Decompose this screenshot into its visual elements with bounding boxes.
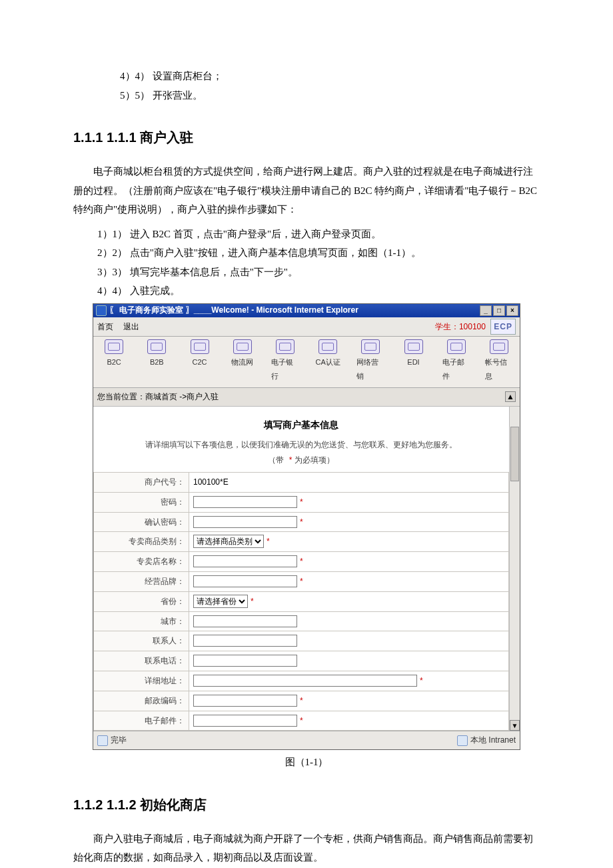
toolbar-b2b[interactable]: B2B <box>143 339 171 383</box>
toolbar-edi[interactable]: EDI <box>399 339 427 383</box>
asterisk: * <box>300 517 303 527</box>
toolbar-marketing[interactable]: 网络营销 <box>356 339 384 383</box>
form-note-line2a: （带 <box>268 455 286 465</box>
ie-icon <box>96 305 107 316</box>
label-password: 密码： <box>94 492 189 512</box>
brand-input[interactable] <box>193 575 297 587</box>
label-phone: 联系电话： <box>94 651 189 671</box>
menu-exit[interactable]: 退出 <box>123 322 139 331</box>
toolbar-label: B2C <box>107 355 121 369</box>
merchant-form: 商户代号： 100100*E 密码： * 确认密码： * 专卖商品类别： 请选择… <box>93 472 509 731</box>
asterisk: * <box>300 497 303 507</box>
email-input[interactable] <box>193 715 297 727</box>
form-note-line1: 请详细填写以下各项信息，以便我们准确无误的为您送货、与您联系、更好地为您服务。 <box>145 440 457 449</box>
toolbar-label: 物流网 <box>231 355 253 369</box>
intranet-icon <box>457 735 468 746</box>
status-done-icon <box>97 735 108 746</box>
asterisk: * <box>251 597 254 606</box>
toolbar-ca[interactable]: CA认证 <box>314 339 342 383</box>
section1-intro: 电子商城以柜台租赁的方式提供空间，给商户进行网上建店。商户入驻的过程就是在电子商… <box>73 162 540 219</box>
label-merchant-code: 商户代号： <box>94 473 189 493</box>
label-province: 省份： <box>94 591 189 611</box>
window-minimize-button[interactable]: _ <box>480 305 492 316</box>
label-category: 专卖商品类别： <box>94 532 189 552</box>
toolbar-logistics[interactable]: 物流网 <box>229 339 257 383</box>
label-email: 电子邮件： <box>94 711 189 731</box>
toolbar-label: 电子银行 <box>271 355 299 383</box>
toolbar-label: 电子邮件 <box>442 355 470 383</box>
ie-window: 〖 电子商务师实验室 〗____Welcome! - Microsoft Int… <box>93 303 520 751</box>
section-heading-2: 1.1.2 1.1.2 初始化商店 <box>73 792 540 817</box>
section2-intro: 商户入驻电子商城后，电子商城就为商户开辟了一个专柜，供商户销售商品。商户销售商品… <box>73 829 540 867</box>
toolbar-ebank[interactable]: 电子银行 <box>271 339 299 383</box>
account-icon <box>490 339 508 354</box>
password-input[interactable] <box>193 496 297 508</box>
ecp-badge: ECP <box>490 319 516 335</box>
breadcrumb: 您当前位置：商城首页 ->商户入驻 <box>97 389 219 405</box>
label-password-confirm: 确认密码： <box>94 512 189 532</box>
step-item: 1）1） 进入 B2C 首页，点击"商户登录"后，进入商户登录页面。 <box>73 225 540 244</box>
window-close-button[interactable]: × <box>506 305 518 316</box>
window-maximize-button[interactable]: □ <box>493 305 505 316</box>
contact-input[interactable] <box>193 635 297 647</box>
asterisk: * <box>300 696 303 705</box>
asterisk: * <box>300 557 303 566</box>
toolbar-label: C2C <box>193 355 207 369</box>
password-confirm-input[interactable] <box>193 516 297 528</box>
student-id: 100100 <box>459 322 486 331</box>
marketing-icon <box>361 339 380 354</box>
edi-icon <box>404 339 423 354</box>
label-brand: 经营品牌： <box>94 572 189 592</box>
step-item: 2）2） 点击"商户入驻"按钮，进入商户基本信息填写页面，如图（1-1）。 <box>73 243 540 263</box>
scrollbar-down-arrow[interactable]: ▼ <box>510 720 520 731</box>
form-note: 请详细填写以下各项信息，以便我们准确无误的为您送货、与您联系、更好地为您服务。 … <box>93 437 509 472</box>
toolbar-c2c[interactable]: C2C <box>185 339 213 383</box>
asterisk: * <box>300 716 303 725</box>
label-address: 详细地址： <box>94 671 189 691</box>
value-merchant-code: 100100*E <box>189 473 509 493</box>
address-input[interactable] <box>193 675 417 687</box>
toolbar-label: 帐号信息 <box>485 355 513 383</box>
menu-home[interactable]: 首页 <box>97 322 113 331</box>
store-name-input[interactable] <box>193 555 297 567</box>
b2b-icon <box>147 339 166 354</box>
scrollbar-up-arrow[interactable]: ▲ <box>505 391 516 402</box>
toolbar-account[interactable]: 帐号信息 <box>485 339 513 383</box>
c2c-icon <box>191 339 209 354</box>
ca-icon <box>318 339 337 354</box>
asterisk: * <box>420 676 423 685</box>
statusbar: 完毕 本地 Intranet <box>93 731 520 749</box>
toolbar-label: B2B <box>150 355 164 369</box>
menubar: 首页 退出 学生：100100 ECP <box>93 317 520 337</box>
vertical-scrollbar[interactable]: ▼ <box>510 407 520 731</box>
student-label-text: 学生： <box>435 322 459 331</box>
section-heading-1: 1.1.1 1.1.1 商户入驻 <box>73 125 540 150</box>
status-zone: 本地 Intranet <box>470 733 516 748</box>
form-title: 填写商户基本信息 <box>93 407 509 438</box>
asterisk: * <box>300 577 303 586</box>
ebank-icon <box>276 339 295 354</box>
window-titlebar: 〖 电子商务师实验室 〗____Welcome! - Microsoft Int… <box>93 304 520 317</box>
asterisk: * <box>267 537 270 546</box>
category-select[interactable]: 请选择商品类别 <box>193 535 264 548</box>
toolbar-email[interactable]: 电子邮件 <box>442 339 470 383</box>
figure-caption: 图（1-1） <box>73 753 540 772</box>
toolbar-label: EDI <box>407 355 419 369</box>
step-item: 4）4） 入驻完成。 <box>73 281 540 301</box>
toolbar-b2c[interactable]: B2C <box>100 339 128 383</box>
step-item: 3）3） 填写完毕基本信息后，点击"下一步"。 <box>73 263 540 282</box>
phone-input[interactable] <box>193 655 297 667</box>
b2c-icon <box>105 339 123 354</box>
toolbar-label: CA认证 <box>315 355 340 369</box>
scrollbar-thumb[interactable] <box>510 427 519 481</box>
status-text: 完毕 <box>111 733 127 748</box>
form-note-line2b: 为必填项） <box>292 455 334 465</box>
province-select[interactable]: 请选择省份 <box>193 595 248 608</box>
label-contact: 联系人： <box>94 631 189 651</box>
zip-input[interactable] <box>193 695 297 707</box>
label-store-name: 专卖店名称： <box>94 552 189 572</box>
label-city: 城市： <box>94 611 189 631</box>
student-label: 学生：100100 <box>435 322 488 331</box>
city-input[interactable] <box>193 615 297 627</box>
logistics-icon <box>233 339 252 354</box>
